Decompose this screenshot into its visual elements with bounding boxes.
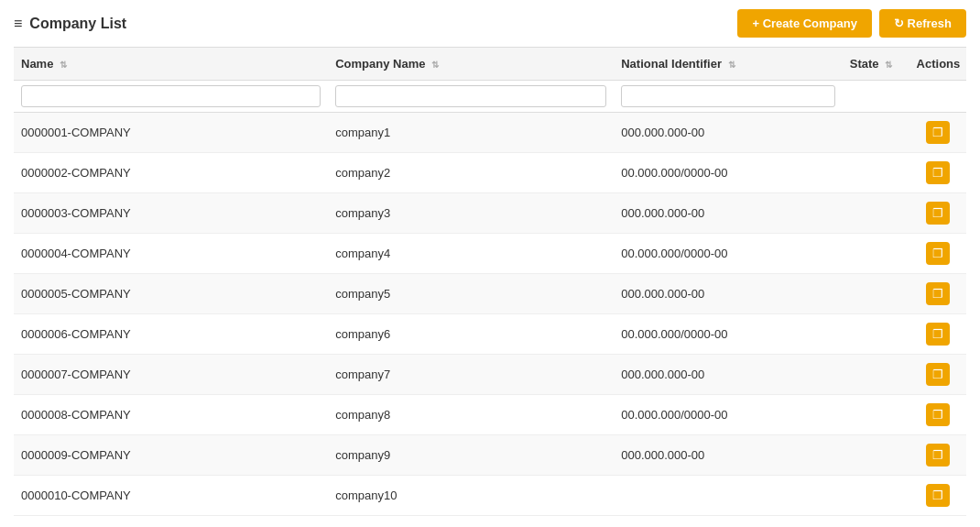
table-row: 0000007-COMPANY company7 000.000.000-00 … <box>14 355 966 395</box>
cell-national-identifier: 00.000.000/0000-00 <box>614 153 843 193</box>
cell-national-identifier <box>614 476 843 516</box>
table-body: 0000001-COMPANY company1 000.000.000-00 … <box>14 113 966 516</box>
cell-company-name: company2 <box>328 153 614 193</box>
col-header-name[interactable]: Name ⇅ <box>14 48 328 81</box>
cell-name: 0000003-COMPANY <box>14 193 328 234</box>
filter-national-input[interactable] <box>621 85 835 107</box>
col-header-actions: Actions <box>909 48 966 81</box>
cell-actions: ❐ <box>909 274 966 314</box>
cell-state <box>843 435 909 476</box>
cell-national-identifier: 00.000.000/0000-00 <box>614 395 843 435</box>
col-header-company-name[interactable]: Company Name ⇅ <box>328 48 614 81</box>
filter-actions-cell <box>909 81 966 113</box>
cell-name: 0000009-COMPANY <box>14 435 328 476</box>
menu-icon: ≡ <box>14 16 22 32</box>
col-actions-label: Actions <box>917 57 961 71</box>
cell-name: 0000004-COMPANY <box>14 234 328 274</box>
cell-company-name: company8 <box>328 395 614 435</box>
cell-company-name: company10 <box>328 476 614 516</box>
company-table: Name ⇅ Company Name ⇅ National Identifie… <box>14 47 966 516</box>
cell-actions: ❐ <box>909 476 966 516</box>
cell-actions: ❐ <box>909 435 966 476</box>
copy-action-button[interactable]: ❐ <box>926 121 950 144</box>
cell-name: 0000001-COMPANY <box>14 113 328 153</box>
cell-name: 0000005-COMPANY <box>14 274 328 314</box>
col-company-label: Company Name <box>335 57 425 71</box>
col-national-label: National Identifier <box>621 57 722 71</box>
cell-national-identifier: 00.000.000/0000-00 <box>614 314 843 355</box>
filter-name-input[interactable] <box>21 85 321 107</box>
cell-company-name: company6 <box>328 314 614 355</box>
col-company-sort-icon: ⇅ <box>431 60 439 70</box>
cell-national-identifier: 000.000.000-00 <box>614 193 843 234</box>
cell-state <box>843 274 909 314</box>
cell-state <box>843 314 909 355</box>
table-row: 0000001-COMPANY company1 000.000.000-00 … <box>14 113 966 153</box>
copy-action-button[interactable]: ❐ <box>926 363 950 386</box>
cell-name: 0000002-COMPANY <box>14 153 328 193</box>
col-national-sort-icon: ⇅ <box>728 60 735 70</box>
table-row: 0000004-COMPANY company4 00.000.000/0000… <box>14 234 966 274</box>
copy-action-button[interactable]: ❐ <box>926 282 950 305</box>
col-state-label: State <box>850 57 879 71</box>
cell-company-name: company9 <box>328 435 614 476</box>
cell-company-name: company4 <box>328 234 614 274</box>
cell-state <box>843 193 909 234</box>
page-title-text: Company List <box>29 16 126 32</box>
copy-action-button[interactable]: ❐ <box>926 323 950 346</box>
col-name-sort-icon: ⇅ <box>60 60 67 70</box>
cell-actions: ❐ <box>909 153 966 193</box>
pagination: « 1234567...19» <box>0 516 980 527</box>
table-container: Name ⇅ Company Name ⇅ National Identifie… <box>0 47 980 516</box>
col-header-national-identifier[interactable]: National Identifier ⇅ <box>614 48 843 81</box>
table-row: 0000006-COMPANY company6 00.000.000/0000… <box>14 314 966 355</box>
cell-national-identifier: 000.000.000-00 <box>614 113 843 153</box>
filter-name-cell <box>14 81 328 113</box>
header-actions: + Create Company ↻ Refresh <box>737 9 966 38</box>
cell-actions: ❐ <box>909 314 966 355</box>
cell-company-name: company1 <box>328 113 614 153</box>
copy-action-button[interactable]: ❐ <box>926 403 950 426</box>
cell-state <box>843 153 909 193</box>
cell-state <box>843 476 909 516</box>
copy-action-button[interactable]: ❐ <box>926 202 950 225</box>
cell-actions: ❐ <box>909 395 966 435</box>
cell-name: 0000010-COMPANY <box>14 476 328 516</box>
cell-name: 0000008-COMPANY <box>14 395 328 435</box>
table-row: 0000002-COMPANY company2 00.000.000/0000… <box>14 153 966 193</box>
page-header: ≡ Company List + Create Company ↻ Refres… <box>0 0 980 47</box>
page-title: ≡ Company List <box>14 16 126 32</box>
cell-national-identifier: 00.000.000/0000-00 <box>614 234 843 274</box>
refresh-button[interactable]: ↻ Refresh <box>879 9 966 38</box>
filter-company-input[interactable] <box>335 85 606 107</box>
table-header-row: Name ⇅ Company Name ⇅ National Identifie… <box>14 48 966 81</box>
create-company-button[interactable]: + Create Company <box>737 9 872 38</box>
copy-action-button[interactable]: ❐ <box>926 161 950 184</box>
table-row: 0000009-COMPANY company9 000.000.000-00 … <box>14 435 966 476</box>
cell-company-name: company3 <box>328 193 614 234</box>
table-row: 0000008-COMPANY company8 00.000.000/0000… <box>14 395 966 435</box>
cell-actions: ❐ <box>909 113 966 153</box>
cell-actions: ❐ <box>909 234 966 274</box>
filter-company-cell <box>328 81 614 113</box>
filter-state-cell <box>843 81 909 113</box>
copy-action-button[interactable]: ❐ <box>926 242 950 265</box>
copy-action-button[interactable]: ❐ <box>926 444 950 467</box>
copy-action-button[interactable]: ❐ <box>926 484 950 507</box>
cell-state <box>843 355 909 395</box>
table-row: 0000003-COMPANY company3 000.000.000-00 … <box>14 193 966 234</box>
cell-national-identifier: 000.000.000-00 <box>614 435 843 476</box>
cell-name: 0000006-COMPANY <box>14 314 328 355</box>
table-row: 0000010-COMPANY company10 ❐ <box>14 476 966 516</box>
filter-row <box>14 81 966 113</box>
filter-national-cell <box>614 81 843 113</box>
cell-name: 0000007-COMPANY <box>14 355 328 395</box>
col-name-label: Name <box>21 57 53 71</box>
cell-state <box>843 113 909 153</box>
col-header-state[interactable]: State ⇅ <box>843 48 909 81</box>
cell-actions: ❐ <box>909 193 966 234</box>
cell-company-name: company5 <box>328 274 614 314</box>
cell-actions: ❐ <box>909 355 966 395</box>
cell-national-identifier: 000.000.000-00 <box>614 274 843 314</box>
table-row: 0000005-COMPANY company5 000.000.000-00 … <box>14 274 966 314</box>
